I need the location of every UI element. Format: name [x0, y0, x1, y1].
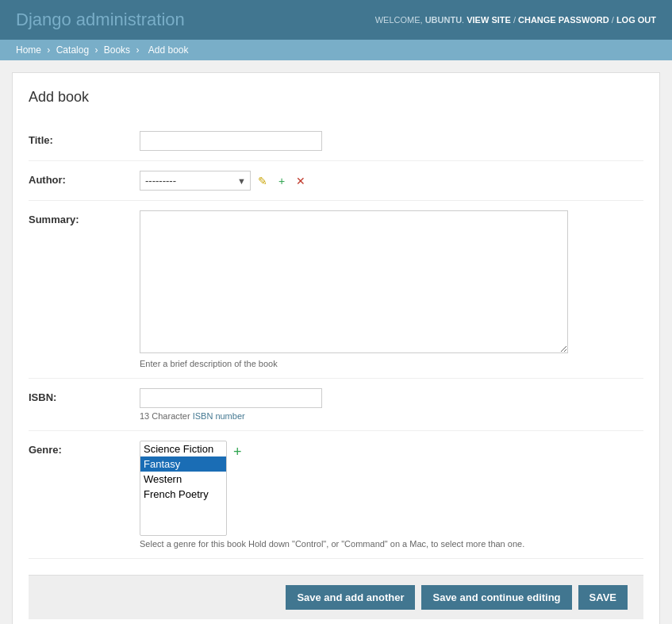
- title-input[interactable]: [140, 131, 322, 151]
- summary-input[interactable]: [140, 210, 568, 353]
- welcome-prefix: WELCOME,: [375, 15, 423, 25]
- view-site-link[interactable]: VIEW SITE: [467, 15, 511, 25]
- title-row: Title:: [29, 121, 643, 161]
- genre-label: Genre:: [29, 441, 140, 456]
- genre-select[interactable]: Science FictionFantasyWesternFrench Poet…: [140, 441, 227, 536]
- user-tools: WELCOME, UBUNTU. VIEW SITE / CHANGE PASS…: [375, 15, 656, 25]
- change-password-link[interactable]: CHANGE PASSWORD: [518, 15, 609, 25]
- breadcrumb-books[interactable]: Books: [104, 44, 130, 56]
- delete-author-icon[interactable]: ✕: [294, 174, 308, 188]
- author-select-wrap: --------- ▼: [140, 171, 251, 191]
- save-continue-button[interactable]: Save and continue editing: [421, 585, 571, 610]
- title-label: Title:: [29, 131, 140, 146]
- author-controls: --------- ▼ ✎ + ✕: [140, 171, 643, 191]
- isbn-label: ISBN:: [29, 388, 140, 403]
- username: UBUNTU: [425, 15, 462, 25]
- breadcrumb-current: Add book: [148, 44, 189, 56]
- add-genre-button[interactable]: +: [233, 444, 242, 460]
- isbn-help: 13 Character ISBN number: [140, 411, 643, 421]
- author-field-wrap: --------- ▼ ✎ + ✕: [140, 171, 643, 191]
- add-author-icon[interactable]: +: [275, 174, 289, 188]
- isbn-input[interactable]: [140, 388, 322, 408]
- form-footer: Save and add another Save and continue e…: [29, 575, 643, 619]
- isbn-row: ISBN: 13 Character ISBN number: [29, 379, 643, 431]
- summary-help: Enter a brief description of the book: [140, 359, 643, 368]
- site-header: Django administration WELCOME, UBUNTU. V…: [0, 0, 672, 40]
- title-field-wrap: [140, 131, 643, 151]
- save-button[interactable]: SAVE: [578, 585, 628, 610]
- site-title: Django administration: [16, 10, 185, 30]
- author-row: Author: --------- ▼ ✎ + ✕: [29, 161, 643, 201]
- genre-controls: Science FictionFantasyWesternFrench Poet…: [140, 441, 643, 536]
- genre-row: Genre: Science FictionFantasyWesternFren…: [29, 431, 643, 559]
- edit-author-icon[interactable]: ✎: [255, 174, 270, 188]
- page-title: Add book: [29, 89, 643, 106]
- summary-label: Summary:: [29, 210, 140, 225]
- add-book-form: Title: Author: --------- ▼: [29, 121, 643, 559]
- summary-field-wrap: Enter a brief description of the book: [140, 210, 643, 368]
- main-content: Add book Title: Author: ---------: [12, 72, 660, 624]
- author-label: Author:: [29, 171, 140, 186]
- genre-field-wrap: Science FictionFantasyWesternFrench Poet…: [140, 441, 643, 549]
- log-out-link[interactable]: LOG OUT: [616, 15, 656, 25]
- genre-help: Select a genre for this book Hold down "…: [140, 539, 643, 549]
- isbn-help-link[interactable]: ISBN number: [193, 411, 245, 421]
- breadcrumb-catalog[interactable]: Catalog: [56, 44, 89, 56]
- isbn-help-prefix: 13 Character: [140, 411, 193, 421]
- save-add-button[interactable]: Save and add another: [286, 585, 415, 610]
- breadcrumb: Home › Catalog › Books › Add book: [0, 40, 672, 60]
- breadcrumb-home[interactable]: Home: [16, 44, 41, 56]
- isbn-field-wrap: 13 Character ISBN number: [140, 388, 643, 421]
- summary-row: Summary: Enter a brief description of th…: [29, 201, 643, 379]
- author-select[interactable]: ---------: [140, 171, 251, 191]
